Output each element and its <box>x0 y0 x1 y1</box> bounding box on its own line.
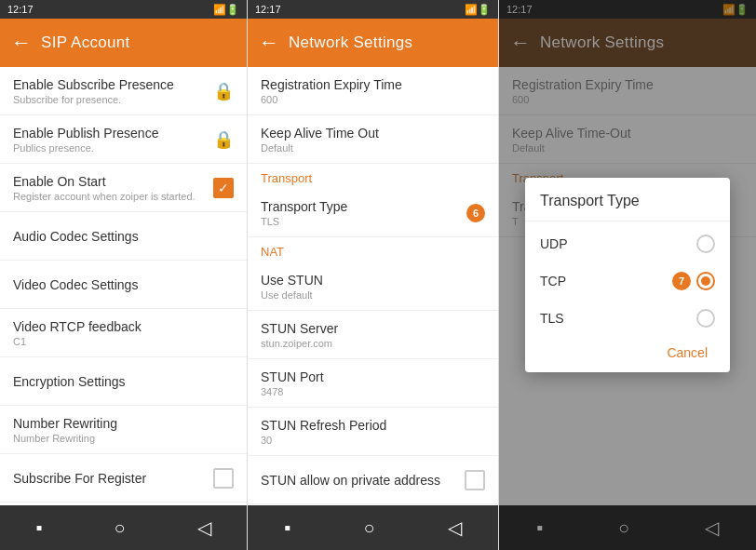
list-item-keep-alive[interactable]: Keep Alive Time Out Default <box>248 115 498 164</box>
status-icons-mid: 📶🔋 <box>465 4 491 16</box>
nav-square-left[interactable]: ▪ <box>35 517 42 539</box>
list-item-encryption-settings[interactable]: Encryption Settings <box>0 357 247 406</box>
list-item-enable-publish-presence[interactable]: Enable Publish Presence Publics presence… <box>0 115 247 164</box>
back-button-left[interactable]: ← <box>11 31 32 55</box>
status-bar-mid: 12:17 📶🔋 <box>248 0 498 19</box>
header-left: ← SIP Account <box>0 19 247 67</box>
list-item-number-rewriting[interactable]: Number Rewriting Number Rewriting <box>0 406 247 454</box>
lock-icon: 🔒 <box>213 81 234 101</box>
item-title: Enable Publish Presence <box>13 126 213 141</box>
option-label-tls: TLS <box>540 311 564 326</box>
nav-circle-mid[interactable]: ○ <box>363 517 374 539</box>
dialog-option-tls[interactable]: TLS <box>525 300 730 337</box>
item-title: Enable On Start <box>13 174 213 189</box>
item-title: Registration Expiry Time <box>261 77 485 92</box>
time-left: 12:17 <box>7 4 34 15</box>
radio-tls[interactable] <box>696 309 715 328</box>
header-title-left: SIP Account <box>41 34 130 52</box>
section-nat: NAT <box>248 237 498 262</box>
badge-tcp: 7 <box>672 272 691 290</box>
item-subtitle: 600 <box>261 94 485 105</box>
dialog-title: Transport Type <box>525 193 730 221</box>
checkbox-subscribe-register[interactable] <box>213 468 234 489</box>
right-panel: 12:17 📶🔋 ← Network Settings Registration… <box>499 0 756 550</box>
item-title: STUN Server <box>261 321 485 336</box>
list-item-use-stun[interactable]: Use STUN Use default <box>248 262 498 311</box>
item-title: Audio Codec Settings <box>13 229 234 244</box>
item-subtitle: TLS <box>261 216 461 227</box>
item-title: Use STUN <box>261 273 485 288</box>
left-list: Enable Subscribe Presence Subscribe for … <box>0 67 247 505</box>
item-title: STUN Refresh Period <box>261 418 485 433</box>
list-item-enable-subscribe-presence[interactable]: Enable Subscribe Presence Subscribe for … <box>0 67 247 115</box>
list-item-stun-server[interactable]: STUN Server stun.zoiper.com <box>248 311 498 359</box>
list-item-stun-port[interactable]: STUN Port 3478 <box>248 359 498 408</box>
item-subtitle: stun.zoiper.com <box>261 338 485 349</box>
list-item-video-codec[interactable]: Video Codec Settings <box>0 261 247 309</box>
item-title: Keep Alive Time Out <box>261 126 485 141</box>
list-item-transport-type[interactable]: Transport Type TLS 6 <box>248 189 498 237</box>
radio-udp[interactable] <box>696 235 715 253</box>
nav-square-mid[interactable]: ▪ <box>284 517 290 539</box>
option-label-udp: UDP <box>540 236 568 251</box>
cancel-button-dialog[interactable]: Cancel <box>659 342 715 364</box>
badge-transport-type: 6 <box>466 204 485 222</box>
time-mid: 12:17 <box>255 4 281 15</box>
status-icons-left: 📶🔋 <box>213 4 239 16</box>
transport-type-dialog: Transport Type UDP TCP 7 TLS Cance <box>525 178 730 372</box>
item-title: STUN allow on private address <box>261 473 465 488</box>
item-title: Transport Type <box>261 199 461 214</box>
item-subtitle: C1 <box>13 336 234 347</box>
item-title: STUN Port <box>261 369 485 384</box>
mid-panel: 12:17 📶🔋 ← Network Settings Registration… <box>248 0 499 550</box>
header-mid: ← Network Settings <box>248 19 498 67</box>
item-title: Enable Subscribe Presence <box>13 77 213 92</box>
section-transport: Transport <box>248 164 498 189</box>
item-title: Video RTCP feedback <box>13 319 234 334</box>
list-item-video-rtcp[interactable]: Video RTCP feedback C1 <box>0 309 247 357</box>
item-title: Encryption Settings <box>13 374 234 389</box>
item-subtitle: Subscribe for presence. <box>13 94 213 105</box>
list-item-stun-allow-private[interactable]: STUN allow on private address <box>248 456 498 504</box>
list-item-reg-expiry[interactable]: Registration Expiry Time 600 <box>248 67 498 115</box>
bottom-nav-left: ▪ ○ ◁ <box>0 505 247 550</box>
dialog-option-tcp[interactable]: TCP 7 <box>525 262 730 300</box>
left-panel: 12:17 📶🔋 ← SIP Account Enable Subscribe … <box>0 0 248 550</box>
dialog-option-udp[interactable]: UDP <box>525 225 730 262</box>
item-subtitle: Register account when zoiper is started. <box>13 191 213 202</box>
status-bar-left: 12:17 📶🔋 <box>0 0 247 19</box>
item-subtitle: 3478 <box>261 386 485 397</box>
header-title-mid: Network Settings <box>289 34 412 52</box>
item-subtitle: Use default <box>261 289 485 301</box>
radio-tcp[interactable] <box>696 272 715 290</box>
mid-list: Registration Expiry Time 600 Keep Alive … <box>248 67 498 505</box>
item-subtitle: 30 <box>261 435 485 446</box>
checkbox-stun-allow-private[interactable] <box>465 470 485 490</box>
back-button-mid[interactable]: ← <box>259 31 279 55</box>
bottom-nav-mid: ▪ ○ ◁ <box>248 505 498 550</box>
nav-back-mid[interactable]: ◁ <box>448 516 462 539</box>
item-subtitle: Default <box>261 142 485 154</box>
dialog-overlay: Transport Type UDP TCP 7 TLS Cance <box>499 0 756 550</box>
nav-circle-left[interactable]: ○ <box>115 517 126 539</box>
item-title: Number Rewriting <box>13 416 234 431</box>
lock-icon: 🔒 <box>213 129 234 150</box>
item-title: Video Codec Settings <box>13 277 234 292</box>
list-item-audio-codec[interactable]: Audio Codec Settings <box>0 212 247 261</box>
list-item-enable-on-start[interactable]: Enable On Start Register account when zo… <box>0 164 247 212</box>
list-item-stun-refresh[interactable]: STUN Refresh Period 30 <box>248 408 498 456</box>
item-title: Subscribe For Register <box>13 471 213 486</box>
item-subtitle: Publics presence. <box>13 142 213 154</box>
item-subtitle: Number Rewriting <box>13 433 234 444</box>
option-label-tcp: TCP <box>540 274 566 288</box>
nav-back-left[interactable]: ◁ <box>197 516 211 539</box>
checkbox-enable-on-start[interactable] <box>213 178 234 198</box>
dialog-cancel-area: Cancel <box>525 337 730 365</box>
list-item-subscribe-register[interactable]: Subscribe For Register <box>0 454 247 503</box>
